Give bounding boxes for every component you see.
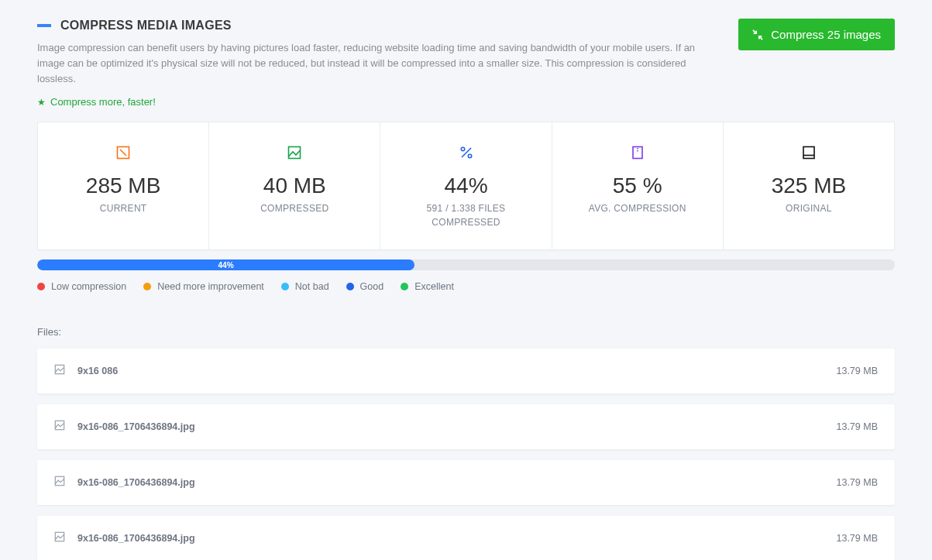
stat-value: 285 MB xyxy=(46,173,201,198)
legend-dot xyxy=(281,283,289,290)
stat-label: 591 / 1.338 FILES xyxy=(388,203,543,214)
legend: Low compressionNeed more improvementNot … xyxy=(37,281,895,292)
image-icon xyxy=(54,476,65,490)
svg-rect-9 xyxy=(803,147,814,159)
file-row[interactable]: 9x16 08613.79 MB xyxy=(37,349,895,393)
legend-label: Not bad xyxy=(295,281,329,292)
percent-icon xyxy=(388,144,543,161)
legend-label: Good xyxy=(360,281,384,292)
file-size: 13.79 MB xyxy=(836,366,878,376)
promo-text: Compress more, faster! xyxy=(50,96,156,108)
file-row[interactable]: 9x16-086_1706436894.jpg13.79 MB xyxy=(37,516,895,560)
svg-point-5 xyxy=(468,155,471,158)
file-row[interactable]: 9x16-086_1706436894.jpg13.79 MB xyxy=(37,460,895,505)
legend-dot xyxy=(37,283,45,290)
file-name: 9x16-086_1706436894.jpg xyxy=(77,477,824,488)
legend-label: Low compression xyxy=(51,281,126,292)
file-name: 9x16 086 xyxy=(77,366,824,376)
file-name: 9x16-086_1706436894.jpg xyxy=(77,533,824,544)
progress-bar: 44% xyxy=(37,259,895,270)
compress-icon xyxy=(752,29,763,40)
svg-rect-14 xyxy=(55,533,64,541)
image-icon xyxy=(217,144,372,161)
stat-value: 44% xyxy=(388,173,543,198)
legend-dot xyxy=(346,283,354,290)
stat-card: 55 %AVG. COMPRESSION xyxy=(552,122,724,249)
file-size: 13.79 MB xyxy=(836,421,878,432)
legend-label: Excellent xyxy=(414,281,454,292)
title-accent xyxy=(37,24,51,27)
zip-icon xyxy=(560,144,715,161)
svg-rect-11 xyxy=(55,366,64,374)
legend-item: Not bad xyxy=(281,281,329,292)
stat-card: 40 MBCOMPRESSED xyxy=(209,122,380,249)
legend-item: Low compression xyxy=(37,281,126,292)
stat-card: 325 MBORIGINAL xyxy=(724,122,894,249)
stat-value: 40 MB xyxy=(217,173,372,198)
svg-point-4 xyxy=(461,148,464,151)
promo-link[interactable]: ★ Compress more, faster! xyxy=(37,96,734,108)
svg-rect-12 xyxy=(55,421,64,430)
progress-fill: 44% xyxy=(37,259,414,270)
file-row[interactable]: 9x16-086_1706436894.jpg13.79 MB xyxy=(37,404,895,449)
device-icon xyxy=(731,144,886,161)
legend-item: Good xyxy=(346,281,384,292)
legend-item: Need more improvement xyxy=(143,281,264,292)
image-icon xyxy=(54,364,65,378)
stat-label: CURRENT xyxy=(46,203,201,214)
file-name: 9x16-086_1706436894.jpg xyxy=(77,421,824,432)
page-title: COMPRESS MEDIA IMAGES xyxy=(60,19,232,33)
stat-card: 44%591 / 1.338 FILESCOMPRESSED xyxy=(380,122,552,249)
legend-dot xyxy=(143,283,151,290)
file-size: 13.79 MB xyxy=(836,477,878,488)
stats-grid: 285 MBCURRENT40 MBCOMPRESSED44%591 / 1.3… xyxy=(37,122,895,250)
image-icon xyxy=(54,531,65,545)
svg-rect-13 xyxy=(55,477,64,486)
svg-line-6 xyxy=(462,148,471,157)
progress-text: 44% xyxy=(218,261,234,270)
legend-label: Need more improvement xyxy=(157,281,264,292)
star-icon: ★ xyxy=(37,97,46,108)
stat-label: AVG. COMPRESSION xyxy=(560,203,715,214)
stat-value: 325 MB xyxy=(731,173,886,198)
image-icon xyxy=(54,420,65,434)
stat-label: ORIGINAL xyxy=(731,203,886,214)
legend-dot xyxy=(401,283,408,290)
stat-value: 55 % xyxy=(560,173,715,198)
files-list: 9x16 08613.79 MB9x16-086_1706436894.jpg1… xyxy=(37,349,895,560)
compress-button[interactable]: Compress 25 images xyxy=(738,19,895,50)
legend-item: Excellent xyxy=(401,281,454,292)
page-description: Image compression can benefit users by h… xyxy=(37,40,696,87)
stat-card: 285 MBCURRENT xyxy=(38,122,209,249)
image-frame-icon xyxy=(46,144,201,161)
compress-button-label: Compress 25 images xyxy=(771,28,881,41)
file-size: 13.79 MB xyxy=(836,533,878,544)
stat-label: COMPRESSED xyxy=(217,203,372,214)
stat-sublabel: COMPRESSED xyxy=(388,217,543,228)
files-header: Files: xyxy=(37,326,895,338)
